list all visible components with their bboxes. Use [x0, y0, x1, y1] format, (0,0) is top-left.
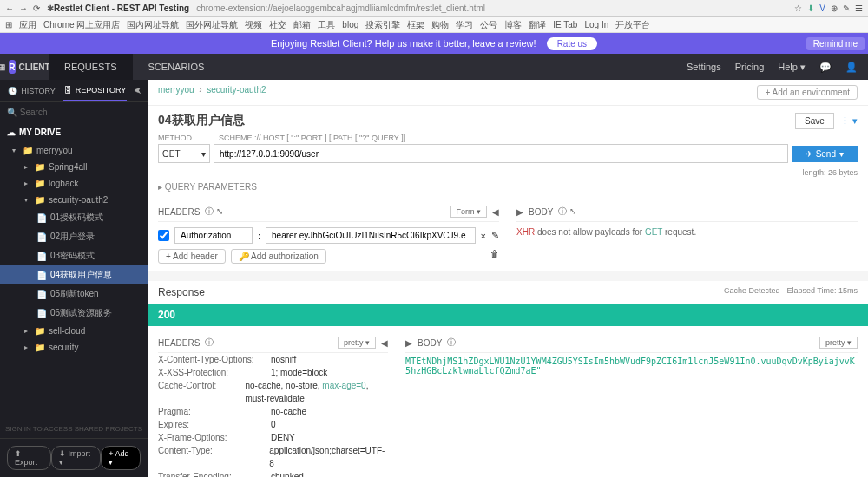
- tree-project-merryyou[interactable]: ▾📁 merryyou: [0, 142, 148, 159]
- signin-note[interactable]: SIGN IN TO ACCESS SHARED PROJECTS: [0, 420, 148, 438]
- nav-pricing[interactable]: Pricing: [735, 62, 765, 73]
- request-title: 04获取用户信息: [158, 113, 245, 128]
- address-bar[interactable]: chrome-extension://aejoelaoggembcahagjmd…: [196, 3, 485, 13]
- collapse-icon[interactable]: ⮜: [127, 80, 148, 101]
- main-content: merryyou › security-oauth2 + Add an envi…: [148, 80, 868, 477]
- trash-icon[interactable]: 🗑: [490, 249, 499, 264]
- tree-folder[interactable]: ▾📁 security-oauth2: [0, 192, 148, 208]
- extension-icons: ☆⬇V⊕✎☰: [794, 3, 863, 13]
- tree-request[interactable]: 📄 02用户登录: [0, 227, 148, 246]
- nav-settings[interactable]: Settings: [687, 62, 721, 73]
- sidebar: 🕓HISTORY 🗄REPOSITORY ⮜ 🔍 Search ☁MY DRIV…: [0, 80, 148, 477]
- header-value-input[interactable]: [266, 227, 476, 244]
- tab-requests[interactable]: REQUESTS: [49, 54, 133, 80]
- add-button[interactable]: + Add ▾: [101, 446, 141, 470]
- page-title: Restlet Client - REST API Testing: [54, 3, 189, 13]
- tree-request-selected[interactable]: 📄 04获取用户信息: [0, 265, 148, 284]
- tree-request[interactable]: 📄 03密码模式: [0, 246, 148, 265]
- status-code: 200: [148, 304, 868, 326]
- bookmarks-bar: ⊞ 应用 Chrome 网上应用店 国内网址导航 国外网址导航 视频 社交 邮箱…: [0, 17, 868, 33]
- logo-icon: R: [9, 60, 15, 74]
- body-message: XHR does not allow payloads for GET requ…: [516, 222, 858, 242]
- tree-folder[interactable]: ▸📁 sell-cloud: [0, 323, 148, 339]
- method-select[interactable]: GET ▾: [158, 144, 210, 163]
- lock-icon: ✱: [47, 3, 54, 13]
- tree-request[interactable]: 📄 01授权码模式: [0, 208, 148, 227]
- promo-banner: Enjoying Restlet Client? Help us make it…: [0, 33, 868, 54]
- query-params-toggle[interactable]: ▸ QUERY PARAMETERS: [158, 179, 858, 195]
- user-icon[interactable]: 👤: [845, 62, 858, 73]
- import-button[interactable]: ⬇ Import ▾: [51, 446, 101, 470]
- nav-help[interactable]: Help ▾: [778, 62, 806, 73]
- app-topbar: ⊞ R CLIENT REQUESTS SCENARIOS Settings P…: [0, 54, 868, 80]
- export-button[interactable]: ⬆ Export: [7, 446, 51, 470]
- sidebar-tab-repository[interactable]: 🗄REPOSITORY: [63, 80, 127, 101]
- delete-icon[interactable]: ×: [481, 231, 486, 241]
- grid-icon[interactable]: ⊞: [0, 62, 5, 72]
- forward-icon[interactable]: →: [19, 3, 28, 13]
- response-title: Response: [158, 286, 205, 298]
- banner-text: Enjoying Restlet Client? Help us make it…: [271, 38, 536, 49]
- collapse-icon[interactable]: ◀: [492, 207, 499, 217]
- response-headers: X-Content-Type-Options:nosniffX-XSS-Prot…: [158, 353, 388, 477]
- url-input[interactable]: [214, 144, 788, 163]
- breadcrumb: merryyou › security-oauth2 + Add an envi…: [148, 80, 868, 106]
- send-button[interactable]: ✈ Send ▾: [792, 146, 858, 162]
- response-body-text: MTEtNDhjMS1hZDgxLWU1NzU1YWM4ZGU5YSIsIm5h…: [405, 353, 858, 379]
- info-icon[interactable]: ⓘ ⤡: [558, 206, 576, 218]
- cache-info: Cache Detected - Elapsed Time: 15ms: [724, 286, 858, 298]
- header-enabled-checkbox[interactable]: [158, 230, 169, 241]
- apps-icon[interactable]: ⊞: [5, 20, 12, 29]
- cloud-icon: ☁: [7, 127, 16, 137]
- chat-icon[interactable]: 💬: [819, 62, 832, 73]
- app-logo[interactable]: ⊞ R CLIENT: [0, 60, 49, 74]
- header-name-input[interactable]: [174, 227, 253, 244]
- tree-folder[interactable]: ▸📁 Spring4all: [0, 159, 148, 175]
- info-icon[interactable]: ⓘ ⤡: [205, 206, 223, 218]
- my-drive-header[interactable]: ☁MY DRIVE: [0, 122, 148, 142]
- expand-icon[interactable]: ▶: [405, 338, 412, 348]
- body-label: BODY: [529, 207, 553, 217]
- back-icon[interactable]: ←: [5, 3, 14, 13]
- browser-chrome-bar: ← → ⟳ ✱ Restlet Client - REST API Testin…: [0, 0, 868, 17]
- tree-request[interactable]: 📄 05刷新token: [0, 284, 148, 304]
- tree-folder[interactable]: ▸📁 logback: [0, 175, 148, 192]
- tab-scenarios[interactable]: SCENARIOS: [133, 54, 220, 80]
- tree-folder[interactable]: ▸📁 security: [0, 339, 148, 356]
- reload-icon[interactable]: ⟳: [33, 3, 40, 13]
- rate-button[interactable]: Rate us: [547, 37, 597, 50]
- add-environment-button[interactable]: + Add an environment: [757, 85, 858, 100]
- repo-icon: 🗄: [64, 86, 72, 95]
- save-button[interactable]: Save: [795, 113, 834, 129]
- pretty-toggle[interactable]: pretty ▾: [819, 337, 858, 349]
- info-icon[interactable]: ⓘ: [447, 337, 456, 349]
- crumb-project[interactable]: merryyou: [158, 85, 194, 95]
- menu-icon[interactable]: ⋮ ▾: [840, 115, 858, 126]
- info-icon[interactable]: ⓘ: [205, 337, 214, 349]
- clock-icon: 🕓: [8, 87, 17, 95]
- tree-request[interactable]: 📄 06测试资源服务: [0, 304, 148, 323]
- collapse-icon[interactable]: ◀: [381, 338, 388, 348]
- sidebar-tab-history[interactable]: 🕓HISTORY: [0, 80, 63, 101]
- headers-label: HEADERS: [158, 207, 200, 217]
- pretty-toggle[interactable]: pretty ▾: [338, 337, 376, 349]
- resp-headers-label: HEADERS: [158, 338, 200, 348]
- resp-body-label: BODY: [418, 338, 442, 348]
- magic-icon[interactable]: ✎: [491, 230, 499, 241]
- remind-button[interactable]: Remind me: [806, 37, 865, 50]
- expand-icon[interactable]: ▶: [516, 207, 523, 217]
- add-auth-button[interactable]: 🔑 Add authorization: [231, 249, 326, 264]
- length-label: length: 26 bytes: [802, 168, 858, 177]
- search-input[interactable]: 🔍 Search: [0, 102, 148, 122]
- crumb-folder[interactable]: security-oauth2: [207, 85, 266, 95]
- form-toggle[interactable]: Form ▾: [450, 206, 488, 218]
- add-header-button[interactable]: + Add header: [158, 249, 226, 264]
